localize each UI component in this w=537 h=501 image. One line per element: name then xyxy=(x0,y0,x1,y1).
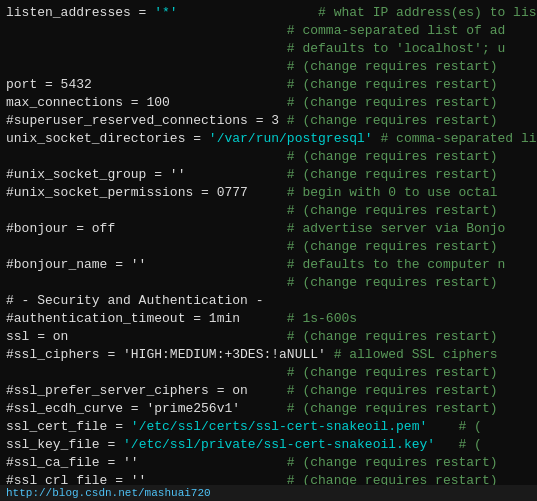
code-token: port = 5432 xyxy=(6,76,287,94)
code-line: #ssl_ciphers = 'HIGH:MEDIUM:+3DES:!aNULL… xyxy=(6,346,531,364)
code-line: # defaults to 'localhost'; u xyxy=(6,40,531,58)
code-token: # (change requires restart) xyxy=(287,112,498,130)
status-url: http://blog.csdn.net/mashuai720 xyxy=(6,487,211,499)
code-token: #unix_socket_group = '' xyxy=(6,166,287,184)
code-token xyxy=(6,58,287,76)
code-line: #superuser_reserved_connections = 3 # (c… xyxy=(6,112,531,130)
code-line: # (change requires restart) xyxy=(6,202,531,220)
code-line: #ssl_ca_file = '' # (change requires res… xyxy=(6,454,531,472)
code-line: # (change requires restart) xyxy=(6,364,531,382)
code-token: # what IP address(es) to listen on; xyxy=(318,4,537,22)
code-token: # (change requires restart) xyxy=(287,382,498,400)
code-token: # - Security and Authentication - xyxy=(6,292,263,310)
code-token: # begin with 0 to use octal xyxy=(287,184,498,202)
code-line: port = 5432 # (change requires restart) xyxy=(6,76,531,94)
code-token: #ssl_ciphers = 'HIGH:MEDIUM:+3DES:!aNULL… xyxy=(6,346,334,364)
code-token: # ( xyxy=(435,436,482,454)
code-token: listen_addresses = xyxy=(6,4,154,22)
code-token: ssl_key_file = xyxy=(6,436,123,454)
code-token xyxy=(6,202,287,220)
code-token: # advertise server via Bonjo xyxy=(287,220,505,238)
code-token: #superuser_reserved_connections = 3 xyxy=(6,112,287,130)
code-token: # (change requires restart) xyxy=(287,166,498,184)
code-line: #unix_socket_group = '' # (change requir… xyxy=(6,166,531,184)
code-token: # (change requires restart) xyxy=(287,400,498,418)
code-line: # (change requires restart) xyxy=(6,58,531,76)
code-token: # (change requires restart) xyxy=(287,454,498,472)
code-token xyxy=(6,238,287,256)
code-token: # (change requires restart) xyxy=(287,328,498,346)
code-token: # comma-separated list of ad xyxy=(287,22,505,40)
code-line: # (change requires restart) xyxy=(6,274,531,292)
code-token: unix_socket_directories = xyxy=(6,130,209,148)
code-token: # (change requires restart) xyxy=(287,202,498,220)
code-token: #ssl_ecdh_curve = 'prime256v1' xyxy=(6,400,287,418)
code-token xyxy=(6,40,287,58)
code-token: ssl_cert_file = xyxy=(6,418,131,436)
code-token: # (change requires restart) xyxy=(287,238,498,256)
code-line: #ssl_prefer_server_ciphers = on # (chang… xyxy=(6,382,531,400)
code-line: #ssl_ecdh_curve = 'prime256v1' # (change… xyxy=(6,400,531,418)
code-token: ssl = on xyxy=(6,328,287,346)
code-token: #ssl_prefer_server_ciphers = on xyxy=(6,382,287,400)
code-token: #bonjour_name = '' xyxy=(6,256,287,274)
code-line: ssl_key_file = '/etc/ssl/private/ssl-cer… xyxy=(6,436,531,454)
code-token: # defaults to the computer n xyxy=(287,256,505,274)
code-token: #unix_socket_permissions = 0777 xyxy=(6,184,287,202)
code-line: #bonjour = off # advertise server via Bo… xyxy=(6,220,531,238)
code-line: max_connections = 100 # (change requires… xyxy=(6,94,531,112)
code-token: #authentication_timeout = 1min xyxy=(6,310,287,328)
code-token xyxy=(6,274,287,292)
code-token: # allowed SSL ciphers xyxy=(334,346,498,364)
code-token: # defaults to 'localhost'; u xyxy=(287,40,505,58)
code-line: #bonjour_name = '' # defaults to the com… xyxy=(6,256,531,274)
code-line: ssl = on # (change requires restart) xyxy=(6,328,531,346)
code-lines: listen_addresses = '*' # what IP address… xyxy=(6,4,531,501)
code-token: max_connections = 100 xyxy=(6,94,287,112)
code-line: #authentication_timeout = 1min # 1s-600s xyxy=(6,310,531,328)
code-token: # (change requires restart) xyxy=(287,274,498,292)
code-token: # (change requires restart) xyxy=(287,76,498,94)
code-line: # - Security and Authentication - xyxy=(6,292,531,310)
code-line: # comma-separated list of ad xyxy=(6,22,531,40)
code-token: # comma-separated li xyxy=(380,130,536,148)
code-line: unix_socket_directories = '/var/run/post… xyxy=(6,130,531,148)
code-token: '/etc/ssl/private/ssl-cert-snakeoil.key' xyxy=(123,436,435,454)
code-token xyxy=(373,130,381,148)
code-token xyxy=(6,22,287,40)
code-token: '/etc/ssl/certs/ssl-cert-snakeoil.pem' xyxy=(131,418,427,436)
code-token: # ( xyxy=(427,418,482,436)
code-token: # (change requires restart) xyxy=(287,364,498,382)
code-line: listen_addresses = '*' # what IP address… xyxy=(6,4,531,22)
code-line: #unix_socket_permissions = 0777 # begin … xyxy=(6,184,531,202)
code-token: # (change requires restart) xyxy=(287,94,498,112)
status-bar: http://blog.csdn.net/mashuai720 xyxy=(0,485,537,501)
code-token: #bonjour = off xyxy=(6,220,287,238)
code-token: # 1s-600s xyxy=(287,310,357,328)
code-token: '*' xyxy=(154,4,177,22)
code-token xyxy=(6,148,287,166)
code-token: '/var/run/postgresql' xyxy=(209,130,373,148)
code-line: # (change requires restart) xyxy=(6,238,531,256)
code-token: #ssl_ca_file = '' xyxy=(6,454,287,472)
code-token xyxy=(178,4,318,22)
code-editor: listen_addresses = '*' # what IP address… xyxy=(0,0,537,501)
code-token: # (change requires restart) xyxy=(287,58,498,76)
code-line: ssl_cert_file = '/etc/ssl/certs/ssl-cert… xyxy=(6,418,531,436)
code-line: # (change requires restart) xyxy=(6,148,531,166)
code-token: # (change requires restart) xyxy=(287,148,498,166)
code-token xyxy=(6,364,287,382)
